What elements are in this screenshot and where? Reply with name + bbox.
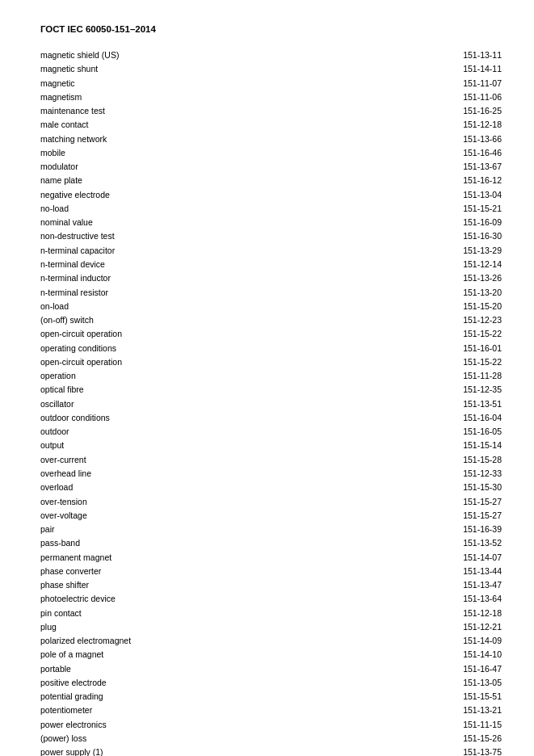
term-label: over-voltage [40,509,87,522]
term-label: non-destructive test [40,229,115,242]
list-item: oscillator151-13-51 [40,397,502,410]
term-label: permanent magnet [40,551,111,564]
list-item: phase shifter151-13-47 [40,578,502,591]
term-label: male contact [40,118,89,131]
document-title: ГОСТ IEC 60050-151–2014 [40,24,502,34]
term-label: overload [40,481,73,494]
term-label: output [40,439,64,452]
term-code: 151-14-07 [463,551,502,564]
term-label: outdoor conditions [40,411,110,424]
list-item: pin contact151-12-18 [40,607,502,620]
term-code: 151-15-14 [463,439,502,452]
term-label: mobile [40,146,65,159]
term-label: nominal value [40,216,93,229]
list-item: output151-15-14 [40,439,502,452]
term-code: 151-13-29 [463,244,502,257]
term-code: 151-13-52 [463,536,502,549]
list-item: n-terminal device151-12-14 [40,258,502,271]
term-label: magnetic [40,77,75,90]
list-item: overhead line151-12-33 [40,467,502,480]
term-label: pole of a magnet [40,648,103,661]
term-code: 151-11-15 [463,718,502,731]
list-item: open-circuit operation151-15-22 [40,327,502,340]
term-code: 151-16-30 [463,229,502,242]
term-code: 151-15-30 [463,481,502,494]
list-item: optical fibre151-12-35 [40,383,502,396]
term-code: 151-16-47 [463,662,502,675]
term-label: phase converter [40,565,101,578]
list-item: potentiometer151-13-21 [40,704,502,716]
term-label: power electronics [40,718,107,731]
list-item: n-terminal resistor151-13-20 [40,286,502,299]
term-label: matching network [40,132,107,145]
term-label: n-terminal device [40,258,105,271]
term-code: 151-15-28 [463,453,502,466]
term-code: 151-16-09 [463,216,502,229]
term-code: 151-12-35 [463,383,502,396]
list-item: pair151-16-39 [40,523,502,536]
term-label: power supply (1) [40,746,103,756]
list-item: magnetism151-11-06 [40,90,502,103]
term-label: (power) loss [40,732,86,745]
list-item: potential grading151-15-51 [40,690,502,703]
list-item: phase converter151-13-44 [40,565,502,578]
header: ГОСТ IEC 60050-151–2014 [40,24,502,34]
term-code: 151-15-27 [463,495,502,508]
term-label: oscillator [40,397,74,410]
term-label: magnetic shunt [40,62,98,75]
list-item: (power) loss151-15-26 [40,732,502,745]
term-label: portable [40,662,71,675]
list-item: n-terminal inductor151-13-26 [40,271,502,284]
term-code: 151-14-09 [463,634,502,647]
term-code: 151-16-04 [463,411,502,424]
term-label: plug [40,620,57,633]
term-code: 151-15-27 [463,509,502,522]
term-label: open-circuit operation [40,355,122,368]
term-label: n-terminal resistor [40,286,108,299]
term-code: 151-14-11 [463,62,502,75]
term-code: 151-11-07 [463,77,502,90]
list-item: matching network151-13-66 [40,132,502,145]
list-item: photoelectric device151-13-64 [40,592,502,605]
term-label: optical fibre [40,383,84,396]
list-item: modulator151-13-67 [40,160,502,173]
term-code: 151-13-05 [463,676,502,689]
term-label: n-terminal capacitor [40,244,115,257]
list-item: operation151-11-28 [40,369,502,382]
list-item: over-current151-15-28 [40,453,502,466]
term-code: 151-13-64 [463,592,502,605]
list-item: positive electrode151-13-05 [40,676,502,689]
list-item: non-destructive test151-16-30 [40,229,502,242]
term-code: 151-13-47 [463,578,502,591]
term-code: 151-15-20 [463,300,502,313]
term-code: 151-13-21 [463,704,502,716]
term-label: positive electrode [40,676,107,689]
term-code: 151-12-18 [463,118,502,131]
term-code: 151-16-12 [463,174,502,187]
term-label: polarized electromagnet [40,634,131,647]
list-item: magnetic shield (US)151-13-11 [40,48,502,61]
list-item: over-voltage151-15-27 [40,509,502,522]
list-item: portable151-16-47 [40,662,502,675]
term-code: 151-13-75 [463,746,502,756]
list-item: pole of a magnet151-14-10 [40,648,502,661]
list-item: maintenance test151-16-25 [40,104,502,117]
term-code: 151-13-67 [463,160,502,173]
list-item: negative electrode151-13-04 [40,188,502,201]
term-label: name plate [40,174,82,187]
term-code: 151-13-04 [463,188,502,201]
term-label: no-load [40,202,69,215]
term-code: 151-16-05 [463,425,502,438]
term-code: 151-11-06 [463,90,502,103]
term-code: 151-15-21 [463,202,502,215]
term-label: pin contact [40,607,82,620]
term-code: 151-13-66 [463,132,502,145]
list-item: operating conditions151-16-01 [40,342,502,355]
term-label: operation [40,369,76,382]
list-item: no-load151-15-21 [40,202,502,215]
term-code: 151-12-14 [463,258,502,271]
term-label: pair [40,523,55,536]
term-code: 151-12-23 [463,313,502,326]
term-label: photoelectric device [40,592,116,605]
list-item: (on-off) switch151-12-23 [40,313,502,326]
